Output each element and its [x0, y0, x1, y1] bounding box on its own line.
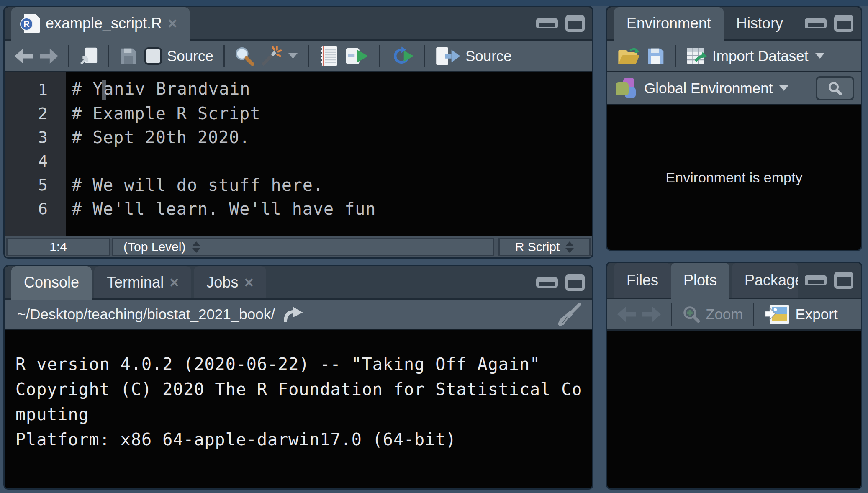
files-plots-pane: Files Plots Packages [606, 262, 862, 490]
compile-notebook-icon[interactable] [319, 46, 338, 67]
environment-pane: Environment History [606, 6, 862, 251]
line-number: 6 [5, 200, 66, 218]
find-icon[interactable] [235, 46, 254, 66]
forward-arrow-icon[interactable] [642, 306, 661, 322]
zoom-plus-icon [682, 305, 701, 324]
toolbar-separator [108, 45, 109, 67]
toolbar-separator [671, 303, 672, 326]
console-line: R version 4.0.2 (2020-06-22) -- "Taking … [15, 352, 592, 377]
window-top-band [0, 0, 868, 6]
toolbar-separator [675, 45, 676, 67]
save-workspace-icon[interactable] [647, 47, 665, 65]
code-text: # Sept 20th 2020. [66, 128, 250, 147]
console-output[interactable]: R version 4.0.2 (2020-06-22) -- "Taking … [5, 330, 592, 488]
export-label: Export [795, 306, 837, 323]
editor-line: 6# We'll learn. We'll have fun [5, 197, 592, 221]
source-status-bar: 1:4 (Top Level) R Script [5, 236, 592, 257]
maximize-icon[interactable] [834, 15, 853, 32]
toolbar-separator [308, 45, 309, 67]
tab-environment[interactable]: Environment [614, 7, 724, 39]
tab-console[interactable]: Console [11, 266, 92, 298]
minimize-icon[interactable] [805, 275, 827, 285]
run-icon[interactable] [345, 46, 369, 66]
close-icon[interactable]: × [244, 275, 253, 290]
open-folder-icon[interactable] [617, 47, 640, 65]
cursor-position: 1:4 [6, 238, 110, 256]
tab-packages[interactable]: Packages [732, 263, 798, 298]
editor-line: 1# Yaniv Brandvain [5, 77, 592, 101]
source-button[interactable]: Source [435, 46, 512, 66]
export-plot-button[interactable]: Export [764, 304, 837, 324]
toolbar-separator [753, 303, 754, 326]
source-pane: R example_script.R × [3, 6, 593, 259]
source-button-label: Source [465, 48, 512, 64]
clear-console-broom-icon[interactable] [558, 303, 581, 326]
source-document-icon [435, 46, 460, 66]
text-cursor [102, 80, 106, 100]
pane-window-buttons [798, 7, 861, 39]
back-arrow-icon[interactable] [15, 48, 33, 64]
dropdown-caret-icon [815, 53, 824, 59]
minimize-icon[interactable] [536, 277, 558, 288]
editor-line: 3# Sept 20th 2020. [5, 125, 592, 149]
tab-plots[interactable]: Plots [671, 263, 729, 298]
plots-content [607, 331, 861, 488]
r-file-icon: R [24, 14, 40, 33]
console-path-bar: ~/Desktop/teaching/biostat_2021_book/ [5, 300, 592, 330]
zoom-plot-button[interactable]: Zoom [682, 305, 743, 324]
toolbar-separator [379, 45, 380, 67]
search-environment-button[interactable] [816, 76, 854, 100]
maximize-icon[interactable] [834, 272, 853, 289]
dropdown-caret-icon [779, 85, 788, 91]
tab-files[interactable]: Files [614, 263, 671, 298]
scope-selector[interactable]: (Top Level) [112, 238, 494, 256]
files-tabstrip: Files Plots Packages [607, 263, 861, 299]
toolbar-separator [68, 45, 69, 67]
environment-selector-row: Global Environment [607, 72, 861, 105]
source-on-save-label: Source [167, 48, 213, 64]
goto-directory-arrow-icon[interactable] [282, 306, 304, 323]
maximize-icon[interactable] [565, 15, 585, 32]
toolbar-separator [223, 45, 225, 67]
line-number: 3 [5, 128, 66, 146]
minimize-icon[interactable] [536, 18, 558, 28]
environment-selector[interactable]: Global Environment [644, 80, 788, 97]
editor-line: 4 [5, 149, 592, 173]
file-type-selector[interactable]: R Script [498, 238, 591, 256]
toolbar-separator [424, 45, 425, 67]
line-number: 5 [5, 176, 66, 194]
code-text: # We'll learn. We'll have fun [66, 199, 376, 218]
maximize-icon[interactable] [565, 274, 585, 291]
editor-lines: 1# Yaniv Brandvain2# Example R Script3# … [5, 77, 592, 221]
back-arrow-icon[interactable] [617, 306, 636, 322]
source-on-save-checkbox[interactable] [144, 47, 162, 65]
code-text: # Yaniv Brandvain [66, 79, 250, 100]
code-editor[interactable]: 1# Yaniv Brandvain2# Example R Script3# … [5, 72, 592, 236]
line-number: 4 [5, 152, 66, 170]
minimize-icon[interactable] [805, 18, 827, 28]
tab-history[interactable]: History [724, 7, 796, 39]
source-toolbar: Source [5, 41, 592, 72]
rerun-icon[interactable] [390, 46, 414, 66]
spinner-icon [565, 241, 574, 253]
close-icon[interactable]: × [169, 275, 179, 290]
close-icon[interactable]: × [168, 15, 177, 31]
dropdown-caret-icon [288, 53, 298, 59]
pane-window-buttons [529, 266, 592, 298]
save-icon[interactable] [119, 47, 138, 65]
code-tools-menu[interactable] [261, 46, 298, 67]
tab-jobs[interactable]: Jobs × [194, 266, 266, 298]
forward-arrow-icon[interactable] [40, 48, 58, 64]
console-line: Platform: x86_64-apple-darwin17.0 (64-bi… [15, 427, 592, 452]
magic-wand-icon [261, 46, 282, 67]
export-image-icon [764, 304, 790, 324]
environment-empty-message: Environment is empty [666, 169, 803, 186]
tab-example-script[interactable]: R example_script.R × [11, 7, 190, 39]
import-dataset-button[interactable]: Import Dataset [686, 46, 824, 66]
console-line: mputing [15, 402, 592, 427]
popout-icon[interactable] [80, 47, 98, 65]
editor-line: 2# Example R Script [5, 101, 592, 125]
source-on-save-toggle[interactable]: Source [144, 47, 213, 65]
tab-terminal[interactable]: Terminal × [94, 266, 191, 298]
import-table-icon [686, 46, 707, 66]
